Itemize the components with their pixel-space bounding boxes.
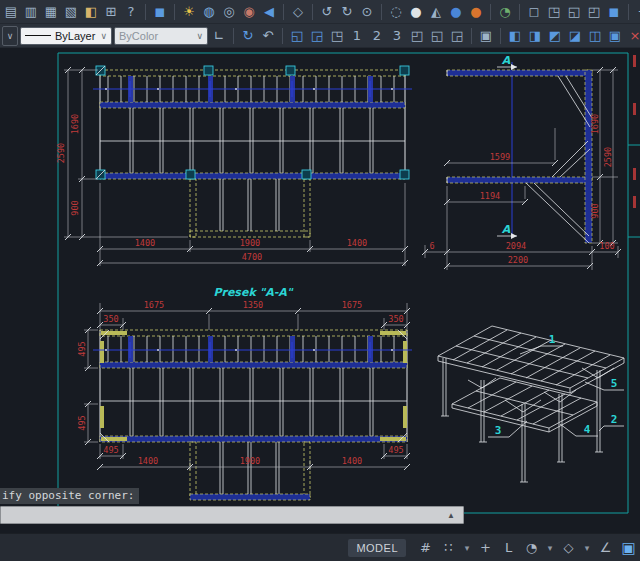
visual-style-conceptual-icon[interactable]: ● xyxy=(467,3,485,21)
render-region-icon[interactable]: ◔ xyxy=(496,3,514,21)
ucs-view-icon[interactable]: ◰ xyxy=(408,27,426,45)
object-snap-icon[interactable]: ◇ xyxy=(559,538,578,557)
union-icon[interactable]: ◧ xyxy=(506,27,524,45)
ucs-z-icon[interactable]: 3 xyxy=(388,27,406,45)
polar-dropdown-chevron[interactable]: ▾ xyxy=(545,538,555,557)
free-orbit-icon[interactable]: ↻ xyxy=(338,3,356,21)
motion-path-icon[interactable]: ◇ xyxy=(289,3,307,21)
status-bar: MODEL #∷▾+L◔▾◇▾∠▣ xyxy=(0,533,640,561)
color-control-dropdown[interactable]: ByColor ∨ xyxy=(114,27,208,45)
dim-1900: 1900 xyxy=(240,456,260,466)
tool-palettes-icon[interactable]: ▦ xyxy=(42,3,60,21)
toolbar-properties: ∨ ByLayer ∨ ByColor ∨ ∟↻↶◱◲◳123◰◱◲▣◧◨◩◪◫… xyxy=(0,24,640,48)
orbit-icon[interactable]: ↺ xyxy=(318,3,336,21)
ucs-apply-icon[interactable]: ▣ xyxy=(477,27,495,45)
materials-icon[interactable]: ◍ xyxy=(200,3,218,21)
separator xyxy=(145,4,146,20)
sound-icon[interactable]: ◀ xyxy=(260,3,278,21)
delete-faces-icon[interactable]: × xyxy=(626,27,640,45)
dim-2094: 2094 xyxy=(506,241,526,251)
ortho-mode-icon[interactable]: L xyxy=(499,538,518,557)
osnap-dropdown-chevron[interactable]: ▾ xyxy=(582,538,592,557)
properties-icon[interactable]: ▤ xyxy=(2,3,20,21)
ucs-y-icon[interactable]: 2 xyxy=(368,27,386,45)
command-window-scrollbar[interactable]: ▲ xyxy=(0,506,464,524)
ucs-icon[interactable]: ∟ xyxy=(210,27,228,45)
sheet-set-manager-icon[interactable]: ▧ xyxy=(62,3,80,21)
dim-2590: 2590 xyxy=(603,147,613,167)
continuous-orbit-icon[interactable]: ⊙ xyxy=(358,3,376,21)
design-center-icon[interactable]: ▥ xyxy=(22,3,40,21)
help-icon[interactable]: ? xyxy=(122,3,140,21)
visual-style-hidden-icon[interactable]: ● xyxy=(407,3,425,21)
dim-1400-left: 1400 xyxy=(138,456,158,466)
dim-1900: 1900 xyxy=(240,238,260,248)
layer-control-dropdown[interactable]: ByLayer ∨ xyxy=(20,27,112,45)
named-ucs-icon[interactable]: ↻ xyxy=(239,27,257,45)
section-title: Presek "A-A" xyxy=(213,286,293,299)
selection-cycling-icon[interactable]: ▣ xyxy=(619,538,638,557)
ucs-x-icon[interactable]: 1 xyxy=(348,27,366,45)
ucs-3point-icon[interactable]: ◳ xyxy=(328,27,346,45)
visual-style-wireframe-icon[interactable]: ◭ xyxy=(427,3,445,21)
chevron-down-icon: ∨ xyxy=(100,31,107,41)
section-view: Presek "A-A" xyxy=(77,286,412,500)
ucs-origin-icon[interactable]: ◱ xyxy=(288,27,306,45)
separator xyxy=(312,4,313,20)
markup-set-manager-icon[interactable]: ◧ xyxy=(82,3,100,21)
zoom-scale-icon[interactable]: ◱ xyxy=(565,3,583,21)
zoom-in-icon[interactable]: + xyxy=(634,3,640,21)
object-snap-tracking-icon[interactable]: ∠ xyxy=(596,538,615,557)
quickcalc-icon[interactable]: ⊞ xyxy=(102,3,120,21)
dim-350-right: 350 xyxy=(388,314,403,324)
snap-mode-icon[interactable]: ∷ xyxy=(439,538,458,557)
linetype-control-fragment[interactable]: ∨ xyxy=(2,26,18,46)
visual-style-realistic-icon[interactable]: ● xyxy=(447,3,465,21)
ucs-object-icon[interactable]: ◱ xyxy=(428,27,446,45)
toolbar-standard: ▤▥▦▧◧⊞?◼☀◍◎◉◀◇↺↻⊙◌●◭●●◔◻◳◱◰◼+−▤× xyxy=(0,0,640,24)
zoom-window-icon[interactable]: ◻ xyxy=(525,3,543,21)
elevation-view: A A 1599 1194 1690 900 2590 6 2094 xyxy=(422,54,621,270)
dim-900: 900 xyxy=(70,200,80,215)
section-label-a-top: A xyxy=(502,54,511,67)
scroll-up-arrow-icon[interactable]: ▲ xyxy=(447,511,455,520)
lights-icon[interactable]: ☀ xyxy=(180,3,198,21)
dim-2590: 2590 xyxy=(56,143,66,163)
extrude-faces-icon[interactable]: ◪ xyxy=(566,27,584,45)
separator xyxy=(628,4,629,20)
dim-1400-left: 1400 xyxy=(135,238,155,248)
render-environment-icon[interactable]: ◎ xyxy=(220,3,238,21)
drawing-canvas[interactable]: 2590 1690 900 1400 1900 1400 4700 A A xyxy=(0,48,640,533)
dim-350-left: 350 xyxy=(103,314,118,324)
dim-1350: 1350 xyxy=(243,300,263,310)
dim-2200: 2200 xyxy=(508,255,528,265)
zoom-dynamic-icon[interactable]: ◳ xyxy=(545,3,563,21)
dim-1675-left: 1675 xyxy=(144,300,164,310)
subtract-icon[interactable]: ◨ xyxy=(526,27,544,45)
iso-label-4: 4 xyxy=(584,423,591,436)
offset-faces-icon[interactable]: ▣ xyxy=(606,27,624,45)
ucs-zaxis-icon[interactable]: ◲ xyxy=(308,27,326,45)
move-faces-icon[interactable]: ◫ xyxy=(586,27,604,45)
dim-6: 6 xyxy=(429,241,434,251)
iso-label-5: 5 xyxy=(611,377,618,390)
polar-tracking-icon[interactable]: ◔ xyxy=(522,538,541,557)
dim-495-lower: 495 xyxy=(77,415,87,430)
linetype-sample xyxy=(25,35,51,36)
separator xyxy=(490,4,491,20)
zoom-realtime-icon[interactable]: ◼ xyxy=(605,3,623,21)
grid-display-icon[interactable]: # xyxy=(416,538,435,557)
ucs-face-icon[interactable]: ◲ xyxy=(448,27,466,45)
dynamic-input-icon[interactable]: + xyxy=(476,538,495,557)
model-space-button[interactable]: MODEL xyxy=(348,539,406,557)
render-icon[interactable]: ◼ xyxy=(151,3,169,21)
render-presets-icon[interactable]: ◉ xyxy=(240,3,258,21)
zoom-object-icon[interactable]: ◰ xyxy=(585,3,603,21)
snap-dropdown-chevron[interactable]: ▾ xyxy=(462,538,472,557)
visual-style-2dwireframe-icon[interactable]: ◌ xyxy=(387,3,405,21)
drawing-svg: 2590 1690 900 1400 1900 1400 4700 A A xyxy=(0,48,640,533)
intersect-icon[interactable]: ◩ xyxy=(546,27,564,45)
dim-1194: 1194 xyxy=(480,191,500,201)
ucs-previous-icon[interactable]: ↶ xyxy=(259,27,277,45)
section-label-a-bottom: A xyxy=(502,223,511,236)
